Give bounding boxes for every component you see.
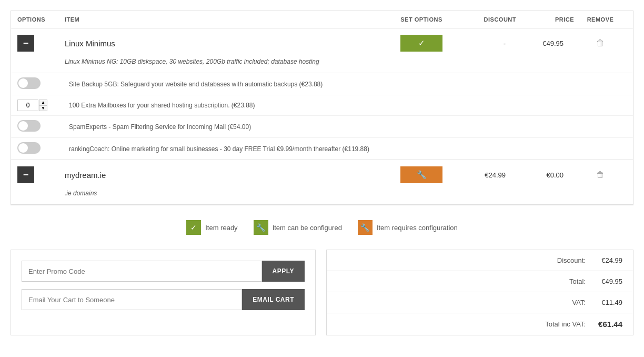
addon-toggle-4[interactable]: [17, 142, 65, 155]
collapse-button-2[interactable]: −: [17, 166, 34, 183]
trash-icon-1[interactable]: 🗑: [596, 38, 605, 47]
item-description-mydream: .ie domains: [11, 190, 633, 204]
set-options-cell-2: 🔧: [385, 166, 458, 183]
email-cart-button[interactable]: EMAIL CART: [242, 289, 305, 310]
addon-label-1: Site Backup 5GB: Safeguard your website …: [65, 81, 627, 88]
addon-toggle-1[interactable]: [17, 77, 65, 91]
promo-email-box: APPLY EMAIL CART: [11, 250, 316, 335]
header-options: OPTIONS: [17, 16, 65, 23]
totals-inc-vat-row: Total inc VAT: €61.44: [327, 313, 633, 335]
cart-table: OPTIONS ITEM SET OPTIONS DISCOUNT PRICE …: [11, 11, 633, 205]
toggle-switch-3[interactable]: [17, 120, 41, 132]
addon-row-4: rankingCoach: Online marketing for small…: [11, 138, 633, 160]
legend-item-configurable: 🔧 Item can be configured: [254, 220, 342, 235]
set-options-button-2[interactable]: 🔧: [400, 166, 442, 183]
totals-discount-label: Discount:: [337, 256, 586, 264]
cart-item-main-row: − Linux Minimus ✓ - €49.95 🗑: [11, 28, 633, 58]
legend-badge-configurable: 🔧: [254, 220, 268, 235]
legend: ✓ Item ready 🔧 Item can be configured 🔧 …: [11, 211, 633, 244]
cart-item-mydream: − mydream.ie 🔧 €24.99 €0.00 🗑 .ie domain…: [11, 160, 633, 205]
remove-cell-1: 🗑: [574, 38, 627, 48]
addon-row-2: ▲ ▼ 100 Extra Mailboxes for your shared …: [11, 95, 633, 116]
email-input-row: EMAIL CART: [22, 289, 305, 310]
checkmark-icon: ✓: [418, 38, 425, 48]
legend-item-ready: ✓ Item ready: [186, 220, 237, 235]
header-item: ITEM: [65, 16, 385, 23]
totals-discount-value: €24.99: [586, 256, 622, 264]
discount-cell-1: -: [458, 39, 516, 47]
wrench-icon-2: 🔧: [417, 170, 427, 180]
bottom-section: APPLY EMAIL CART Discount: €24.99 Total:…: [11, 250, 633, 335]
promo-input[interactable]: [22, 261, 262, 282]
addon-rows-1: Site Backup 5GB: Safeguard your website …: [11, 73, 633, 160]
item-name-mydream: mydream.ie: [65, 171, 385, 180]
legend-ready-text: Item ready: [205, 224, 237, 232]
checkmark-legend-icon: ✓: [190, 223, 197, 232]
apply-button[interactable]: APPLY: [262, 261, 305, 282]
toggle-switch-1[interactable]: [17, 77, 41, 89]
totals-total-label: Total:: [337, 277, 586, 285]
addon-label-4: rankingCoach: Online marketing for small…: [65, 145, 627, 153]
cart-header: OPTIONS ITEM SET OPTIONS DISCOUNT PRICE …: [11, 11, 633, 28]
legend-requires-text: Item requires configuration: [377, 224, 458, 232]
spinner-down[interactable]: ▼: [39, 105, 47, 111]
totals-total-row: Total: €49.95: [327, 271, 633, 292]
set-options-button-1[interactable]: ✓: [400, 35, 442, 52]
addon-row-1: Site Backup 5GB: Safeguard your website …: [11, 73, 633, 95]
addon-toggle-3[interactable]: [17, 120, 65, 133]
totals-total-value: €49.95: [586, 277, 622, 285]
addon-row-3: SpamExperts - Spam Filtering Service for…: [11, 116, 633, 138]
cart-item-linux-minimus: − Linux Minimus ✓ - €49.95 🗑 Linux Minim…: [11, 28, 633, 160]
toggle-switch-4[interactable]: [17, 142, 41, 154]
legend-badge-requires: 🔧: [358, 220, 373, 235]
header-price: PRICE: [516, 16, 574, 23]
discount-cell-2: €24.99: [458, 171, 516, 179]
wrench-legend-icon-green: 🔧: [256, 223, 265, 232]
header-set-options: SET OPTIONS: [385, 16, 458, 23]
cart-item-main-row-2: − mydream.ie 🔧 €24.99 €0.00 🗑: [11, 160, 633, 190]
totals-vat-value: €11.49: [586, 299, 622, 306]
collapse-button-1[interactable]: −: [17, 35, 34, 52]
totals-box: Discount: €24.99 Total: €49.95 VAT: €11.…: [326, 250, 633, 335]
set-options-cell-1: ✓: [385, 35, 458, 52]
totals-inc-label: Total inc VAT:: [337, 320, 586, 328]
addon-label-2: 100 Extra Mailboxes for your shared host…: [65, 102, 627, 109]
addon-label-3: SpamExperts - Spam Filtering Service for…: [65, 123, 627, 131]
options-cell-1: −: [17, 35, 65, 52]
promo-input-row: APPLY: [22, 261, 305, 282]
header-remove: REMOVE: [574, 16, 627, 23]
remove-cell-2: 🗑: [574, 170, 627, 180]
price-cell-2: €0.00: [516, 171, 574, 179]
legend-item-requires: 🔧 Item requires configuration: [358, 220, 458, 235]
totals-inc-value: €61.44: [586, 320, 622, 329]
price-cell-1: €49.95: [516, 39, 574, 47]
item-description-linux-minimus: Linux Minimus NG: 10GB diskspace, 30 web…: [11, 58, 633, 73]
wrench-legend-icon-orange: 🔧: [360, 223, 369, 232]
email-cart-input[interactable]: [22, 289, 242, 310]
trash-icon-2[interactable]: 🗑: [596, 170, 605, 179]
totals-discount-row: Discount: €24.99: [327, 250, 633, 271]
item-name-linux-minimus: Linux Minimus: [65, 39, 385, 48]
legend-badge-ready: ✓: [186, 220, 201, 235]
legend-configurable-text: Item can be configured: [273, 224, 342, 232]
addon-number-wrap: ▲ ▼: [17, 100, 65, 111]
number-spinners: ▲ ▼: [39, 100, 47, 111]
header-discount: DISCOUNT: [458, 16, 516, 23]
totals-vat-row: VAT: €11.49: [327, 292, 633, 313]
totals-vat-label: VAT:: [337, 299, 586, 306]
addon-number-input[interactable]: [17, 100, 38, 111]
spinner-up[interactable]: ▲: [39, 100, 47, 105]
options-cell-2: −: [17, 166, 65, 183]
